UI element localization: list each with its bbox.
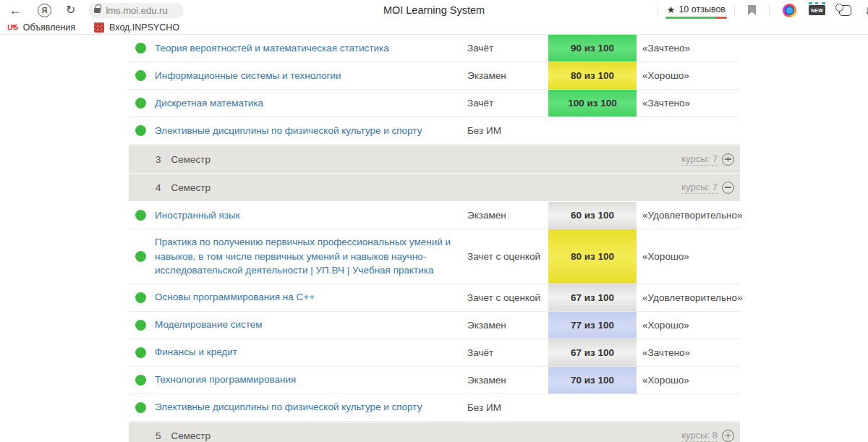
course-link[interactable]: Основы программирования на C++	[155, 284, 467, 310]
status-dot-icon	[135, 98, 146, 109]
semester-label: Семестр	[171, 182, 211, 193]
table-row: Иностранный языкЭкзамен60 из 100«Удовлет…	[129, 202, 740, 229]
control-type: Экзамен	[467, 210, 548, 221]
courses-count-link[interactable]: курсы: 8	[681, 430, 718, 442]
url-text[interactable]: lms.moi.edu.ru	[106, 5, 167, 16]
grades-table: Теория вероятностей и математическая ста…	[129, 35, 740, 442]
side-panel-icon[interactable]	[839, 5, 851, 16]
expand-plus-icon[interactable]	[722, 153, 734, 166]
table-row: Технология программированияЭкзамен70 из …	[129, 367, 740, 394]
download-icon[interactable]: ↓	[864, 4, 868, 17]
control-type: Зачет с оценкой	[467, 251, 548, 262]
status-dot-icon	[135, 210, 146, 221]
divider	[769, 5, 770, 16]
semester-label: Семестр	[171, 430, 211, 441]
courses-count-link[interactable]: курсы: 7	[681, 182, 718, 194]
score-cell: 80 из 100	[548, 62, 637, 89]
refresh-icon[interactable]: ↻	[66, 4, 75, 16]
grade-label: «Хорошо»	[637, 375, 689, 386]
control-type: Зачёт	[467, 347, 548, 358]
control-type: Без ИМ	[467, 125, 548, 136]
score-cell: 77 из 100	[548, 312, 637, 339]
control-type: Экзамен	[467, 320, 548, 331]
bookmark-flag-icon[interactable]	[748, 5, 756, 15]
bookmark-label: Объявления	[23, 22, 75, 33]
semester-right: курсы: 7	[681, 182, 740, 194]
semester-right: курсы: 7	[681, 153, 740, 166]
expand-plus-icon[interactable]	[722, 430, 734, 442]
status-cell	[129, 98, 155, 109]
course-link[interactable]: Элективные дисциплины по физической куль…	[155, 118, 467, 144]
bookmark-item-announcements[interactable]: LMS Объявления	[7, 22, 75, 33]
score-cell	[548, 117, 637, 144]
table-row: Дискретная математикаЗачёт100 из 100«Зач…	[129, 90, 740, 117]
status-cell	[129, 70, 155, 81]
reviews-rating[interactable]: ★ 10 отзывов	[665, 3, 727, 17]
course-link[interactable]: Информационные системы и технологии	[155, 63, 467, 89]
score-cell: 60 из 100	[548, 202, 637, 229]
course-link[interactable]: Иностранный язык	[155, 203, 467, 229]
courses-count-link[interactable]: курсы: 7	[681, 153, 718, 166]
bookmarks-bar: LMS Объявления Вход.INPSYCHO	[0, 20, 868, 35]
topbar-right-cluster: ★ 10 отзывов NEW ↓	[650, 0, 868, 20]
course-link[interactable]: Моделирование систем	[155, 312, 467, 338]
status-dot-icon	[135, 292, 146, 303]
new-badge-icon[interactable]: NEW	[809, 5, 825, 15]
table-row: Моделирование системЭкзамен77 из 100«Хор…	[129, 312, 740, 339]
status-dot-icon	[135, 320, 146, 331]
browser-topbar: ← Я ↻ lms.moi.edu.ru MOI Learning System…	[0, 0, 868, 20]
grade-label: «Зачтено»	[637, 98, 690, 109]
collapse-minus-icon[interactable]	[722, 182, 734, 194]
status-dot-icon	[135, 347, 146, 358]
semester-row[interactable]: 5Семестркурсы: 8	[129, 422, 740, 442]
yandex-logo-icon[interactable]: Я	[38, 4, 51, 17]
course-link[interactable]: Финансы и кредит	[155, 339, 467, 365]
semester-row[interactable]: 3Семестркурсы: 7	[129, 145, 740, 173]
back-icon[interactable]: ←	[9, 4, 22, 17]
grade-label: «Зачтено»	[637, 43, 690, 54]
course-link[interactable]: Дискретная математика	[155, 90, 467, 116]
address-bar[interactable]: lms.moi.edu.ru	[88, 3, 184, 18]
score-cell: 70 из 100	[548, 367, 637, 394]
table-row: Элективные дисциплины по физической куль…	[129, 394, 740, 422]
course-link[interactable]: Практика по получению первичных професси…	[155, 229, 467, 284]
grade-label: «Хорошо»	[637, 251, 689, 262]
status-dot-icon	[135, 251, 146, 262]
score-cell: 80 из 100	[548, 229, 637, 284]
status-dot-icon	[135, 43, 146, 54]
table-row: Финансы и кредитЗачёт67 из 100«Зачтено»	[129, 339, 740, 367]
status-cell	[129, 320, 155, 331]
status-cell	[129, 251, 155, 262]
grade-label: «Хорошо»	[637, 70, 689, 81]
table-row: Практика по получению первичных професси…	[129, 229, 740, 284]
status-cell	[129, 347, 155, 358]
control-type: Без ИМ	[467, 402, 548, 413]
status-cell	[129, 375, 155, 386]
control-type: Экзамен	[467, 375, 548, 386]
score-cell: 67 из 100	[548, 339, 637, 366]
score-cell: 67 из 100	[548, 284, 637, 311]
semester-number: 5	[156, 430, 161, 441]
inpsycho-logo-icon	[94, 22, 104, 33]
course-link[interactable]: Элективные дисциплины по физической куль…	[155, 394, 467, 420]
extension-circle-icon[interactable]	[783, 4, 796, 17]
semester-number: 4	[156, 182, 161, 193]
bookmark-label: Вход.INPSYCHO	[109, 22, 179, 33]
semester-row[interactable]: 4Семестркурсы: 7	[129, 174, 740, 201]
bookmark-item-inpsycho[interactable]: Вход.INPSYCHO	[94, 22, 179, 33]
table-row: Основы программирования на C++Зачет с оц…	[129, 284, 740, 312]
score-cell	[548, 394, 637, 421]
lock-icon[interactable]	[94, 8, 101, 13]
score-cell: 90 из 100	[548, 35, 637, 61]
reviews-label: 10 отзывов	[678, 4, 726, 14]
page-content: Теория вероятностей и математическая ста…	[0, 35, 868, 442]
status-cell	[129, 43, 155, 54]
status-cell	[129, 292, 155, 303]
status-cell	[129, 125, 155, 136]
star-icon: ★	[667, 5, 676, 14]
divider	[658, 5, 658, 16]
grade-label: «Удовлетворительно»	[637, 292, 742, 303]
course-link[interactable]: Технология программирования	[155, 367, 467, 393]
course-link[interactable]: Теория вероятностей и математическая ста…	[155, 35, 467, 61]
status-cell	[129, 210, 155, 221]
